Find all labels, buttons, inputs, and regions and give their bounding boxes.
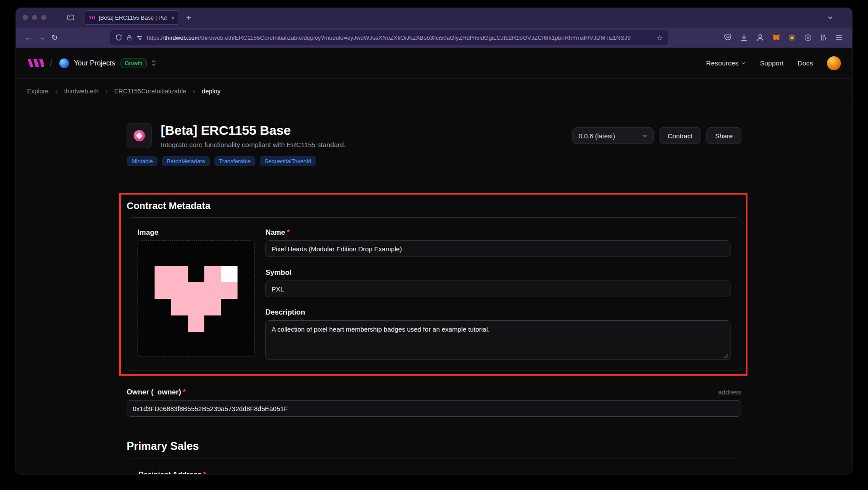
contract-subtitle: Integrate core functionality compliant w…: [161, 141, 346, 149]
tab-title: [Beta] ERC1155 Base | Publishe: [99, 14, 167, 21]
share-button[interactable]: Share: [706, 127, 741, 144]
browser-window: [Beta] ERC1155 Base | Publishe × + ← → ↻…: [16, 8, 852, 474]
primary-sales-title: Primary Sales: [127, 440, 741, 452]
contract-icon: [127, 123, 152, 148]
breadcrumb-publisher[interactable]: thirdweb.eth: [64, 88, 99, 95]
owner-address-input[interactable]: [127, 400, 741, 417]
image-column: Image: [138, 228, 255, 360]
desktop: { "browser": { "tab_title": "[Beta] ERC1…: [0, 0, 868, 490]
owner-label-row: Owner (_owner)* address: [127, 388, 741, 396]
firefox-view-icon[interactable]: [66, 13, 75, 22]
permissions-icon[interactable]: [136, 34, 143, 41]
image-upload-dropzone[interactable]: [138, 240, 255, 357]
breadcrumb-explore[interactable]: Explore: [27, 88, 48, 95]
window-close-button[interactable]: [23, 15, 28, 20]
badge-batchmetadata[interactable]: BatchMetadata: [162, 156, 210, 166]
new-tab-button[interactable]: +: [186, 13, 191, 22]
url-domain: thirdweb.com: [165, 34, 200, 41]
contract-button[interactable]: Contract: [659, 127, 701, 144]
extension-circle-icon[interactable]: [804, 34, 812, 42]
primary-sales-card: Recipient Address*: [127, 459, 741, 474]
downloads-icon[interactable]: [740, 33, 748, 42]
recipient-label-text: Recipient Address: [138, 470, 201, 474]
name-input[interactable]: [265, 240, 730, 257]
breadcrumb: Explore › thirdweb.eth › ERC1155CoreInit…: [16, 79, 852, 104]
badge-transferable[interactable]: Transferable: [214, 156, 256, 166]
window-zoom-button[interactable]: [41, 15, 46, 20]
list-tabs-chevron-icon[interactable]: [827, 15, 833, 21]
version-select-value: 0.0.6 (latest): [579, 132, 615, 140]
owner-label: Owner (_owner)*: [127, 388, 186, 396]
window-minimize-button[interactable]: [32, 15, 37, 20]
traffic-lights: [23, 15, 46, 20]
nav-support[interactable]: Support: [760, 59, 783, 67]
nav-resources[interactable]: Resources: [706, 59, 746, 67]
reload-button[interactable]: ↻: [48, 33, 61, 42]
extension-icon[interactable]: [788, 34, 796, 42]
project-avatar[interactable]: [59, 58, 69, 68]
required-asterisk: *: [203, 470, 206, 474]
breadcrumb-contract[interactable]: ERC1155CoreInitializable: [114, 88, 186, 95]
symbol-label: Symbol: [265, 268, 730, 277]
breadcrumb-separator-icon: ›: [105, 87, 108, 96]
url-scheme: https://: [147, 34, 165, 41]
user-avatar[interactable]: [827, 56, 841, 70]
thirdweb-favicon: [89, 14, 95, 21]
forward-button[interactable]: →: [35, 33, 48, 42]
required-asterisk: *: [287, 228, 289, 236]
required-asterisk: *: [183, 388, 186, 396]
pocket-icon[interactable]: [723, 33, 732, 42]
extension-badges: Mintable BatchMetadata Transferable Sequ…: [127, 156, 741, 166]
chevron-down-icon: [642, 133, 648, 138]
thirdweb-logo[interactable]: [27, 58, 44, 68]
account-icon[interactable]: [756, 33, 765, 42]
header-nav: Resources Support Docs: [706, 56, 841, 70]
menu-icon[interactable]: [835, 34, 843, 41]
bookmark-star-icon[interactable]: ☆: [657, 34, 663, 42]
section-title: Contract Metadata: [127, 200, 741, 212]
owner-type-hint: address: [718, 388, 741, 396]
contract-metadata-card: Image Name* Symbol Description A collect…: [127, 217, 741, 371]
toolbar-icons: [723, 33, 846, 42]
breadcrumb-deploy: deploy: [202, 88, 220, 95]
contract-actions: 0.0.6 (latest) Contract Share: [572, 127, 741, 144]
project-switcher-label[interactable]: Your Projects: [74, 59, 115, 67]
fields-column: Name* Symbol Description A collection of…: [265, 228, 730, 360]
owner-section: Owner (_owner)* address: [127, 388, 741, 417]
plan-badge[interactable]: Growth: [121, 58, 147, 68]
tracking-shield-icon[interactable]: [115, 34, 122, 41]
back-button[interactable]: ←: [22, 33, 35, 42]
url-path: /thirdweb.eth/ERC1155CoreInitializable/d…: [200, 34, 631, 41]
url-text[interactable]: https://thirdweb.com/thirdweb.eth/ERC115…: [147, 34, 649, 41]
breadcrumb-separator-icon: ›: [55, 87, 58, 96]
badge-sequentialtokenid[interactable]: SequentialTokenId: [260, 156, 316, 166]
thirdweb-page: / Your Projects Growth Resources Support…: [16, 48, 852, 474]
nav-resources-label: Resources: [706, 59, 738, 67]
contract-metadata-section: Contract Metadata Image Name* Symbol Des: [127, 200, 741, 371]
description-label: Description: [265, 308, 730, 316]
symbol-input[interactable]: [265, 281, 730, 297]
tab-close-icon[interactable]: ×: [171, 14, 175, 21]
main-content: [Beta] ERC1155 Base Integrate core funct…: [127, 104, 741, 474]
library-icon[interactable]: [820, 34, 827, 41]
site-header: / Your Projects Growth Resources Support…: [16, 48, 852, 79]
url-bar[interactable]: https://thirdweb.com/thirdweb.eth/ERC115…: [110, 30, 668, 45]
browser-tab[interactable]: [Beta] ERC1155 Base | Publishe ×: [85, 10, 179, 25]
chevron-down-icon: [741, 61, 746, 65]
divider: [127, 184, 741, 184]
lock-icon[interactable]: [126, 34, 132, 41]
contract-title-block: [Beta] ERC1155 Base Integrate core funct…: [161, 123, 346, 149]
project-switcher-chevrons-icon[interactable]: [152, 60, 156, 66]
tab-strip: [Beta] ERC1155 Base | Publishe × +: [16, 8, 852, 27]
contract-header: [Beta] ERC1155 Base Integrate core funct…: [127, 104, 741, 149]
breadcrumb-separator-icon: ›: [193, 87, 195, 96]
description-textarea[interactable]: A collection of pixel heart membership b…: [265, 320, 730, 360]
name-label: Name*: [265, 228, 730, 236]
nav-docs[interactable]: Docs: [798, 59, 813, 67]
breadcrumb-slash: /: [50, 58, 52, 69]
badge-mintable[interactable]: Mintable: [127, 156, 158, 166]
version-select[interactable]: 0.0.6 (latest): [572, 127, 654, 144]
metamask-extension-icon[interactable]: [772, 33, 781, 42]
owner-label-text: Owner (_owner): [127, 388, 181, 396]
description-field-wrap: A collection of pixel heart membership b…: [265, 320, 730, 360]
